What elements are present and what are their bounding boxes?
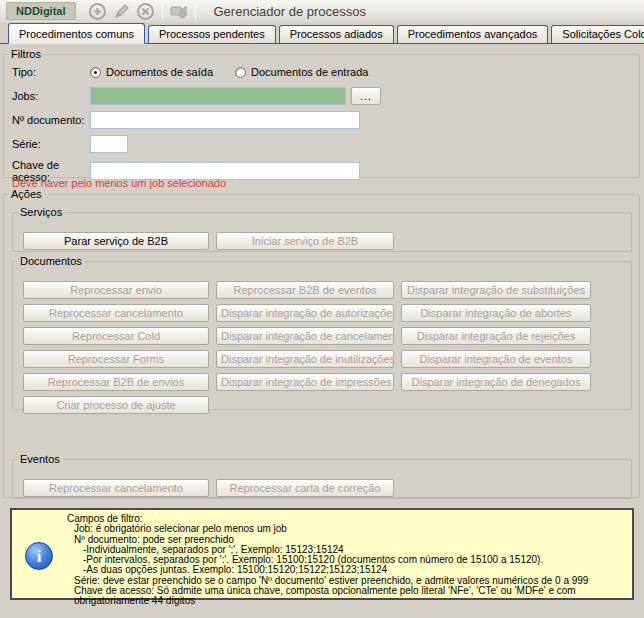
disparar-integracao-abortes-button[interactable]: Disparar integração de abortes bbox=[401, 304, 591, 322]
brand-logo: NDDigital bbox=[6, 2, 76, 20]
servicos-group-label: Serviços bbox=[17, 206, 65, 218]
actions-group: Ações Serviços Parar serviço de B2B Inic… bbox=[3, 188, 640, 498]
jobs-browse-button[interactable]: ... bbox=[351, 87, 381, 105]
documentos-group-label: Documentos bbox=[17, 255, 85, 267]
edit-icon[interactable] bbox=[110, 1, 134, 21]
disparar-integracao-eventos-button[interactable]: Disparar integração de eventos bbox=[401, 350, 591, 368]
reprocessar-envio-button[interactable]: Reprocessar envio bbox=[23, 281, 209, 299]
serie-input[interactable] bbox=[90, 135, 128, 153]
toolbar-separator bbox=[162, 4, 163, 19]
numero-documento-label: Nº documento: bbox=[12, 114, 90, 126]
disparar-integracao-rejeicoes-button[interactable]: Disparar integração de rejeições bbox=[401, 327, 591, 345]
radio-saida-label: Documentos de saída bbox=[106, 66, 213, 78]
disparar-integracao-denegados-button[interactable]: Disparar integração de denegados bbox=[401, 373, 591, 391]
toolbar: NDDigital Gerenciador de processos bbox=[0, 0, 644, 22]
cancel-icon[interactable] bbox=[134, 1, 158, 21]
disparar-integracao-inutilizacoes-button[interactable]: Disparar integração de inutilizações bbox=[216, 350, 394, 368]
disparar-integracao-autorizacoes-button[interactable]: Disparar integração de autorizações bbox=[216, 304, 394, 322]
serie-label: Série: bbox=[12, 138, 90, 150]
eventos-reprocessar-cancelamento-button[interactable]: Reprocessar cancelamento bbox=[23, 479, 209, 497]
info-line: Chave de acesso: Só admite uma única cha… bbox=[67, 586, 627, 607]
page-title: Gerenciador de processos bbox=[214, 4, 366, 19]
reprocessar-carta-correcao-button[interactable]: Reprocessar carta de correção bbox=[216, 479, 394, 497]
criar-processo-ajuste-button[interactable]: Criar processo de ajuste bbox=[23, 396, 209, 414]
radio-unselected-icon bbox=[235, 67, 246, 78]
jobs-input[interactable] bbox=[90, 87, 346, 105]
tab-processos-adiados[interactable]: Processos adiados bbox=[279, 25, 394, 43]
disparar-integracao-cancelamentos-button[interactable]: Disparar integração de cancelamentos bbox=[216, 327, 394, 345]
reprocessar-b2b-envios-button[interactable]: Reprocessar B2B de envios bbox=[23, 373, 209, 391]
info-icon: i bbox=[25, 542, 53, 570]
reprocessar-cold-button[interactable]: Reprocessar Cold bbox=[23, 327, 209, 345]
reprocessar-b2b-eventos-button[interactable]: Reprocessar B2B de eventos bbox=[216, 281, 394, 299]
tab-solicitacoes-cold[interactable]: Solicitações Cold bbox=[551, 25, 644, 43]
eventos-group: Eventos Reprocessar cancelamento Reproce… bbox=[12, 453, 632, 499]
documentos-group: Documentos Reprocessar envio Reprocessar… bbox=[12, 255, 632, 410]
jobs-label: Jobs: bbox=[12, 90, 90, 102]
tab-procedimentos-comuns[interactable]: Procedimentos comuns bbox=[8, 23, 145, 44]
actions-group-label: Ações bbox=[8, 188, 45, 200]
radio-entrada-label: Documentos de entrada bbox=[251, 66, 368, 78]
servicos-group: Serviços Parar serviço de B2B Iniciar se… bbox=[12, 206, 632, 252]
reprocessar-cancelamento-button[interactable]: Reprocessar cancelamento bbox=[23, 304, 209, 322]
filters-group: Filtros Tipo: Documentos de saída Docume… bbox=[3, 48, 640, 178]
radio-documentos-saida[interactable]: Documentos de saída bbox=[90, 66, 213, 78]
disparar-integracao-substituicoes-button[interactable]: Disparar integração de substituições bbox=[401, 281, 591, 299]
tab-processos-pendentes[interactable]: Processos pendentes bbox=[148, 25, 276, 43]
numero-documento-input[interactable] bbox=[90, 111, 360, 129]
add-icon[interactable] bbox=[86, 1, 110, 21]
toolbar-separator bbox=[195, 4, 196, 19]
tab-procedimentos-avancados[interactable]: Procedimentos avançados bbox=[397, 25, 549, 43]
radio-documentos-entrada[interactable]: Documentos de entrada bbox=[235, 66, 368, 78]
iniciar-servico-b2b-button[interactable]: Iniciar serviço de B2B bbox=[216, 232, 394, 250]
info-panel: i Campos de filtro: Job: é obrigatório s… bbox=[10, 508, 634, 600]
filters-group-label: Filtros bbox=[8, 48, 44, 60]
disparar-integracao-impressoes-button[interactable]: Disparar integração de impressões bbox=[216, 373, 394, 391]
radio-selected-icon bbox=[90, 67, 101, 78]
camera-icon[interactable] bbox=[167, 1, 191, 21]
reprocessar-forms-button[interactable]: Reprocessar Forms bbox=[23, 350, 209, 368]
eventos-group-label: Eventos bbox=[17, 453, 63, 465]
parar-servico-b2b-button[interactable]: Parar serviço de B2B bbox=[23, 232, 209, 250]
tipo-label: Tipo: bbox=[12, 66, 90, 78]
info-text: Campos de filtro: Job: é obrigatório sel… bbox=[67, 510, 627, 598]
tab-bar: Procedimentos comuns Processos pendentes… bbox=[0, 22, 644, 44]
